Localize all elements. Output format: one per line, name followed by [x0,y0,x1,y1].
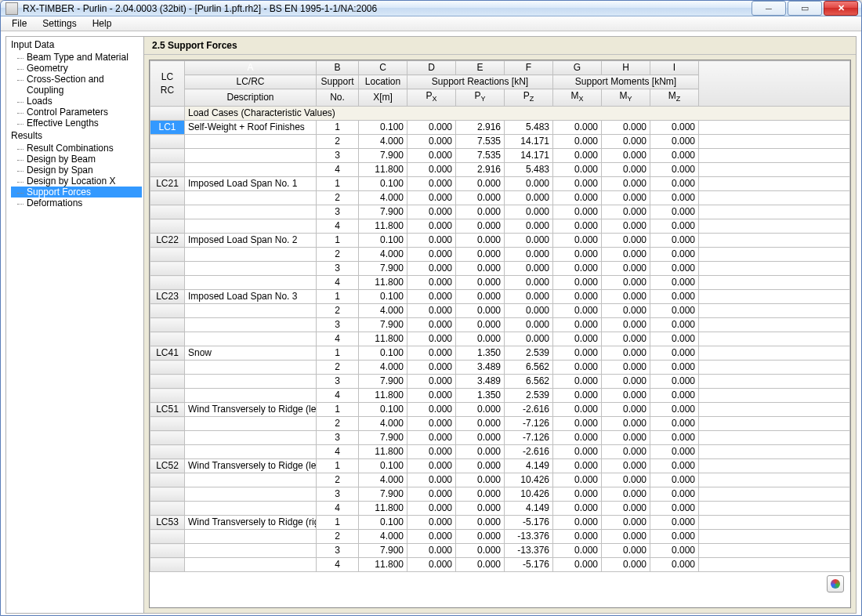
table-row-head[interactable] [150,107,185,121]
cell[interactable]: 2 [317,473,359,487]
cell[interactable]: 0.000 [650,304,699,318]
cell[interactable]: 4.000 [359,530,407,544]
cell[interactable]: 7.900 [359,149,407,163]
cell-desc[interactable] [185,248,317,262]
cell[interactable]: 0.000 [553,516,602,530]
cell[interactable]: 3 [317,149,359,163]
cell[interactable]: 7.900 [359,431,407,445]
cell[interactable]: 3 [317,375,359,389]
cell[interactable]: 0.000 [407,318,456,332]
cell[interactable]: 0.000 [553,361,602,375]
cell[interactable]: 0.000 [456,219,505,234]
cell[interactable]: 0.100 [359,177,407,191]
cell[interactable]: 0.000 [407,346,456,361]
cell[interactable]: 0.000 [650,487,699,502]
cell-desc[interactable] [185,473,317,487]
cell[interactable]: 0.000 [602,403,650,417]
cell[interactable]: 0.000 [456,445,505,459]
cell[interactable]: 6.562 [505,375,553,389]
cell[interactable]: 0.000 [602,558,650,572]
col-lcrc[interactable]: LCRC [150,61,185,107]
color-legend-button[interactable] [827,575,844,592]
table-row-head[interactable] [150,361,185,375]
cell[interactable]: 11.800 [359,163,407,177]
cell-desc[interactable] [185,487,317,502]
cell[interactable]: 0.000 [456,205,505,219]
cell[interactable]: 0.000 [602,502,650,516]
cell[interactable]: 0.000 [650,121,699,135]
cell[interactable]: 0.000 [553,473,602,487]
cell-desc[interactable] [185,163,317,177]
cell[interactable]: 0.100 [359,403,407,417]
table-row[interactable]: 24.0000.0000.000-7.1260.0000.0000.000 [150,417,850,431]
cell[interactable]: 0.000 [407,191,456,205]
cell[interactable]: 3 [317,431,359,445]
table-row-head[interactable] [150,445,185,459]
cell[interactable]: 0.000 [650,332,699,346]
cell[interactable]: 1 [317,459,359,473]
cell[interactable]: 0.000 [602,487,650,502]
cell[interactable]: 3.489 [456,361,505,375]
cell[interactable]: 0.000 [650,262,699,276]
cell-desc[interactable] [185,135,317,149]
cell[interactable]: 0.000 [456,262,505,276]
cell[interactable]: 0.000 [553,346,602,361]
sidebar-item[interactable]: Geometry [11,63,142,74]
cell[interactable]: 4.000 [359,135,407,149]
cell[interactable]: -13.376 [505,544,553,558]
cell[interactable]: 0.000 [553,191,602,205]
table-row-head[interactable] [150,417,185,431]
table-row-head[interactable]: LC51 [150,403,185,417]
cell-desc[interactable]: Self-Weight + Roof Finishes [185,121,317,135]
sidebar-item[interactable]: Support Forces [11,187,142,197]
cell[interactable]: 5.483 [505,163,553,177]
cell[interactable]: 4 [317,502,359,516]
cell[interactable]: -2.616 [505,403,553,417]
cell[interactable]: 0.000 [505,219,553,234]
table-row-head[interactable] [150,276,185,290]
cell[interactable]: 11.800 [359,389,407,403]
cell[interactable]: 0.000 [650,149,699,163]
table-row[interactable]: LC22Imposed Load Span No. 210.1000.0000.… [150,234,850,248]
cell[interactable]: 0.000 [553,304,602,318]
cell[interactable]: 1 [317,403,359,417]
cell[interactable]: 0.000 [650,473,699,487]
cell-desc[interactable]: Snow [185,346,317,361]
cell[interactable]: 0.000 [407,234,456,248]
cell-desc[interactable] [185,219,317,234]
table-row-head[interactable]: LC52 [150,459,185,473]
cell[interactable]: 0.000 [505,318,553,332]
cell[interactable]: 0.000 [553,431,602,445]
cell[interactable]: 0.000 [553,248,602,262]
sidebar-item[interactable]: Effective Lengths [11,118,142,129]
col-letter-i[interactable]: I [650,61,699,75]
cell[interactable]: 0.000 [407,516,456,530]
cell[interactable]: 0.000 [456,234,505,248]
results-table-wrap[interactable]: LCRC A B C D E F G H I [149,60,851,608]
sidebar-item[interactable]: Loads [11,96,142,107]
cell[interactable]: 0.000 [553,290,602,304]
cell[interactable]: 14.171 [505,149,553,163]
table-row[interactable]: 411.8000.0000.0000.0000.0000.0000.000 [150,219,850,234]
cell[interactable]: 11.800 [359,502,407,516]
cell[interactable]: 0.000 [553,544,602,558]
cell[interactable]: 0.000 [650,177,699,191]
cell[interactable]: 1.350 [456,346,505,361]
table-row-head[interactable]: LC53 [150,516,185,530]
cell[interactable]: 4.000 [359,248,407,262]
cell[interactable]: 0.000 [456,290,505,304]
tree-input-data[interactable]: Input Data [9,38,143,51]
cell[interactable]: 10.426 [505,487,553,502]
sidebar-item[interactable]: Design by Span [11,165,142,176]
cell[interactable]: 0.000 [553,149,602,163]
cell[interactable]: 0.000 [650,290,699,304]
cell[interactable]: 0.000 [553,459,602,473]
cell[interactable]: 3 [317,318,359,332]
cell[interactable]: 1.350 [456,389,505,403]
cell[interactable]: 1 [317,121,359,135]
cell[interactable]: 0.000 [505,234,553,248]
cell[interactable]: 0.000 [650,375,699,389]
table-row-head[interactable] [150,502,185,516]
cell[interactable]: 0.000 [407,375,456,389]
cell-desc[interactable] [185,544,317,558]
